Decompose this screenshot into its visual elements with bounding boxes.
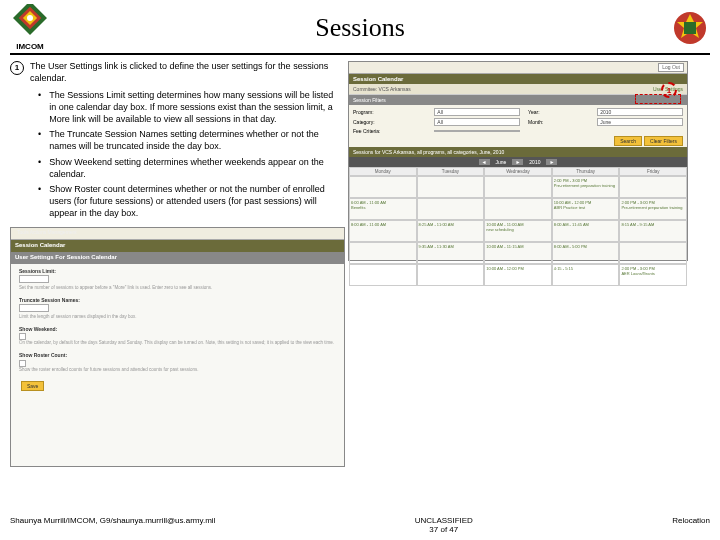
ss2-subtitle: User Settings For Session Calendar <box>11 252 344 264</box>
month-select[interactable]: June <box>597 118 683 126</box>
footer-author: Shaunya Murrill/IMCOM, G9/shaunya.murril… <box>10 516 215 534</box>
calendar-cell[interactable] <box>484 176 552 198</box>
highlight-user-settings <box>635 94 681 104</box>
calendar-cell[interactable]: 4:15 - 5:15 <box>552 264 620 286</box>
imcom-logo: IMCOM <box>10 4 50 51</box>
fee-select[interactable] <box>434 130 520 132</box>
calendar-cell[interactable]: 2:00 PM - 3:00 PMPre-retirement preparat… <box>619 198 687 220</box>
army-crest <box>670 8 710 48</box>
calendar-cell[interactable]: 2:00 PM - 3:00 PMAER Loans/Grants <box>619 264 687 286</box>
show-weekend-checkbox[interactable] <box>19 333 26 340</box>
calendar-cell[interactable] <box>417 176 485 198</box>
calendar-cell[interactable] <box>619 242 687 264</box>
screenshot-user-settings: Tools Actions Management Session Calenda… <box>10 227 345 467</box>
calendar-cell[interactable] <box>417 198 485 220</box>
screenshot-calendar: 1 Log Out Session Calendar Commitee: VCS… <box>348 61 688 261</box>
ss1-title: Session Calendar <box>349 74 687 84</box>
svg-point-3 <box>27 15 33 21</box>
step-text: The User Settings link is clicked to def… <box>30 61 340 84</box>
calendar-cell[interactable] <box>619 176 687 198</box>
step-number: 1 <box>10 61 24 75</box>
svg-rect-5 <box>684 22 696 34</box>
calendar-cell[interactable]: 9:35 AM - 11:30 AM <box>417 242 485 264</box>
calendar-cell[interactable]: 6:00 AM - 11:00 AMBenefits <box>349 198 417 220</box>
calendar-cell[interactable]: 2:00 PM - 3:00 PMPre-retirement preparat… <box>552 176 620 198</box>
sub-bullet: •The Truncate Session Names setting dete… <box>38 129 340 152</box>
calendar-cell[interactable]: 8:00 AM - 11:00 AM <box>349 220 417 242</box>
page-number: 37 of 47 <box>429 525 458 534</box>
slide-footer: Shaunya Murrill/IMCOM, G9/shaunya.murril… <box>10 516 710 534</box>
next-year[interactable]: ► <box>546 159 557 165</box>
calendar-cell[interactable]: 10:00 AM - 12:00 PMABR Practice test <box>552 198 620 220</box>
step-1: 1 The User Settings link is clicked to d… <box>10 61 340 84</box>
calendar-cell[interactable] <box>349 176 417 198</box>
logout-button[interactable]: Log Out <box>658 63 684 72</box>
year-select[interactable]: 2010 <box>597 108 683 116</box>
calendar-cell[interactable]: 10:00 AM - 11:15 AM <box>484 242 552 264</box>
sub-bullet: •Show Roster count determines whether or… <box>38 184 340 219</box>
calendar-cell[interactable]: 8:00 AM - 5:00 PM <box>552 242 620 264</box>
calendar-cell[interactable]: 8:00 AM - 11:45 AM <box>552 220 620 242</box>
slide-header: IMCOM Sessions <box>0 0 720 51</box>
calendar-cell[interactable]: 8:25 AM - 11:00 AM <box>417 220 485 242</box>
next-month[interactable]: ► <box>512 159 523 165</box>
calendar-grid: Monday Tuesday Wednesday Thursday Friday <box>349 167 687 176</box>
calendar-cell[interactable] <box>484 198 552 220</box>
footer-section: Relocation <box>672 516 710 534</box>
clear-filters-button[interactable]: Clear Filters <box>644 136 683 146</box>
tabs-bar: Tools Actions Management <box>14 229 80 238</box>
classification: UNCLASSIFIED <box>415 516 473 525</box>
calendar-cell[interactable]: 10:00 AM - 11:00 AMnew scheduling <box>484 220 552 242</box>
show-roster-checkbox[interactable] <box>19 360 26 367</box>
category-select[interactable]: All <box>434 118 520 126</box>
truncate-input[interactable] <box>19 304 49 312</box>
calendar-cell[interactable] <box>349 264 417 286</box>
calendar-cell[interactable] <box>349 242 417 264</box>
prev-month[interactable]: ◄ <box>479 159 490 165</box>
slide-title: Sessions <box>50 13 670 43</box>
header-rule <box>10 53 710 55</box>
calendar-cell[interactable]: 10:00 AM - 12:00 PM <box>484 264 552 286</box>
ss2-title: Session Calendar <box>11 240 344 252</box>
program-select[interactable]: All <box>434 108 520 116</box>
calendar-cell[interactable] <box>417 264 485 286</box>
save-button[interactable]: Save <box>21 381 44 391</box>
search-button[interactable]: Search <box>614 136 642 146</box>
sessions-bar: Sessions for VCS Arkansas, all programs,… <box>349 147 687 157</box>
calendar-cell[interactable]: 8:15 AM - 9:15 AM <box>619 220 687 242</box>
sessions-limit-input[interactable] <box>19 275 49 283</box>
sub-bullet: •The Sessions Limit setting determines h… <box>38 90 340 125</box>
sub-bullet: •Show Weekend setting determines whether… <box>38 157 340 180</box>
